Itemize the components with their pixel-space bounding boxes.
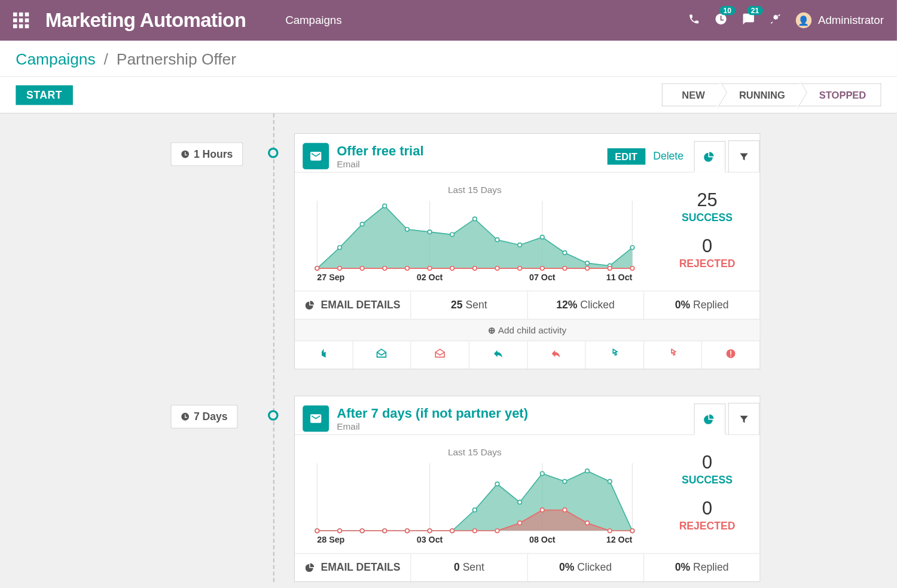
activity-subtitle: Email bbox=[337, 421, 528, 431]
svg-point-19 bbox=[630, 246, 634, 250]
pie-chart-icon bbox=[704, 151, 716, 163]
chart-toggle[interactable] bbox=[694, 141, 726, 173]
svg-point-72 bbox=[495, 529, 499, 533]
svg-point-8 bbox=[383, 204, 387, 208]
clicked-stat: 12% Clicked bbox=[527, 292, 644, 319]
breadcrumb-root[interactable]: Campaigns bbox=[16, 50, 95, 68]
svg-point-65 bbox=[338, 529, 342, 533]
svg-point-25 bbox=[405, 267, 410, 271]
svg-point-70 bbox=[450, 529, 454, 533]
svg-point-24 bbox=[383, 267, 387, 271]
success-count: 25 bbox=[655, 189, 760, 210]
trigger-reply-icon[interactable] bbox=[469, 341, 527, 369]
edit-button[interactable]: EDIT bbox=[607, 148, 645, 164]
filter-toggle[interactable] bbox=[728, 403, 760, 434]
nav-campaigns[interactable]: Campaigns bbox=[285, 14, 341, 27]
svg-point-60 bbox=[585, 469, 590, 473]
svg-point-11 bbox=[450, 232, 454, 237]
svg-point-26 bbox=[428, 267, 432, 271]
svg-point-78 bbox=[630, 529, 634, 533]
svg-point-69 bbox=[428, 529, 432, 533]
rejected-label: REJECTED bbox=[655, 520, 760, 532]
svg-point-55 bbox=[473, 508, 477, 512]
email-details-button[interactable]: EMAIL DETAILS bbox=[295, 292, 411, 319]
trigger-mail-open-icon[interactable] bbox=[353, 341, 411, 369]
clicked-stat: 0% Clicked bbox=[527, 554, 644, 581]
status-new[interactable]: NEW bbox=[661, 83, 719, 106]
svg-point-17 bbox=[585, 261, 590, 265]
chat-icon[interactable]: 21 bbox=[742, 13, 755, 28]
trigger-not-reply-icon[interactable] bbox=[527, 341, 585, 369]
svg-point-66 bbox=[360, 529, 364, 533]
svg-point-27 bbox=[450, 267, 454, 271]
sent-stat: 25 Sent bbox=[411, 292, 528, 319]
success-label: SUCCESS bbox=[655, 474, 760, 486]
conversations-badge: 21 bbox=[747, 6, 763, 15]
user-menu[interactable]: 👤 Administrator bbox=[796, 13, 884, 28]
activity-row: 1 Hours Offer free trial Email EDIT Dele… bbox=[0, 133, 897, 369]
chart-toggle[interactable] bbox=[694, 403, 726, 435]
phone-icon[interactable] bbox=[688, 13, 700, 27]
activity-title[interactable]: After 7 days (if not partner yet) bbox=[337, 406, 528, 421]
svg-point-33 bbox=[585, 267, 590, 271]
add-child-activity[interactable]: ⊕ Add child activity bbox=[295, 319, 759, 341]
delay-badge: 1 Hours bbox=[170, 142, 242, 166]
trigger-mail-not-open-icon[interactable] bbox=[411, 341, 469, 369]
settings-icon[interactable] bbox=[770, 13, 782, 27]
svg-point-73 bbox=[518, 521, 522, 525]
svg-point-68 bbox=[405, 529, 410, 533]
svg-point-34 bbox=[608, 267, 612, 271]
svg-point-35 bbox=[630, 267, 634, 271]
trigger-row bbox=[295, 341, 759, 369]
envelope-icon bbox=[303, 406, 329, 432]
sent-stat: 0 Sent bbox=[411, 554, 528, 581]
avatar-icon: 👤 bbox=[796, 13, 811, 28]
svg-point-74 bbox=[540, 508, 544, 512]
svg-point-9 bbox=[405, 228, 410, 232]
messages-badge: 10 bbox=[719, 6, 736, 15]
status-bar: NEW RUNNING STOPPED bbox=[661, 83, 881, 106]
svg-point-29 bbox=[495, 267, 499, 271]
trigger-click-icon[interactable] bbox=[586, 341, 644, 369]
svg-point-56 bbox=[495, 482, 499, 486]
chart-title: Last 15 Days bbox=[307, 447, 643, 458]
email-details-button[interactable]: EMAIL DETAILS bbox=[295, 554, 411, 581]
activity-icon[interactable]: 10 bbox=[714, 13, 727, 28]
svg-point-32 bbox=[563, 267, 567, 271]
activity-chart: 28 Sep03 Oct08 Oct12 Oct bbox=[307, 460, 643, 546]
svg-point-77 bbox=[608, 529, 612, 533]
svg-point-64 bbox=[315, 529, 319, 533]
status-stopped[interactable]: STOPPED bbox=[800, 83, 881, 106]
activity-row: 7 Days After 7 days (if not partner yet)… bbox=[0, 396, 897, 582]
rejected-label: REJECTED bbox=[655, 258, 760, 270]
svg-rect-41 bbox=[730, 351, 731, 355]
svg-point-12 bbox=[473, 217, 477, 221]
trigger-not-click-icon[interactable] bbox=[644, 341, 702, 369]
trigger-bounce-icon[interactable] bbox=[702, 341, 759, 369]
rejected-count: 0 bbox=[655, 235, 760, 256]
status-running[interactable]: RUNNING bbox=[719, 83, 800, 106]
svg-point-15 bbox=[540, 235, 544, 240]
brand-title: Marketing Automation bbox=[45, 9, 246, 31]
svg-point-30 bbox=[518, 267, 522, 271]
filter-toggle[interactable] bbox=[728, 140, 760, 172]
trigger-child-icon[interactable] bbox=[295, 341, 353, 369]
svg-point-71 bbox=[473, 529, 477, 533]
clock-icon bbox=[181, 149, 190, 158]
success-label: SUCCESS bbox=[655, 212, 760, 224]
svg-text:08 Oct: 08 Oct bbox=[529, 535, 556, 544]
top-navbar: Marketing Automation Campaigns 10 21 👤 A… bbox=[0, 0, 897, 41]
svg-point-28 bbox=[473, 267, 477, 271]
activity-chart: 27 Sep02 Oct07 Oct11 Oct bbox=[307, 197, 643, 283]
rejected-count: 0 bbox=[655, 498, 760, 519]
svg-text:28 Sep: 28 Sep bbox=[317, 535, 344, 544]
replied-stat: 0% Replied bbox=[644, 292, 760, 319]
success-count: 0 bbox=[655, 452, 760, 473]
delay-badge: 7 Days bbox=[170, 405, 237, 428]
svg-point-61 bbox=[608, 479, 612, 483]
activity-title[interactable]: Offer free trial bbox=[337, 143, 423, 158]
start-button[interactable]: START bbox=[16, 85, 72, 105]
delete-button[interactable]: Delete bbox=[645, 148, 691, 165]
svg-marker-4 bbox=[317, 206, 632, 268]
apps-icon[interactable] bbox=[13, 13, 29, 28]
